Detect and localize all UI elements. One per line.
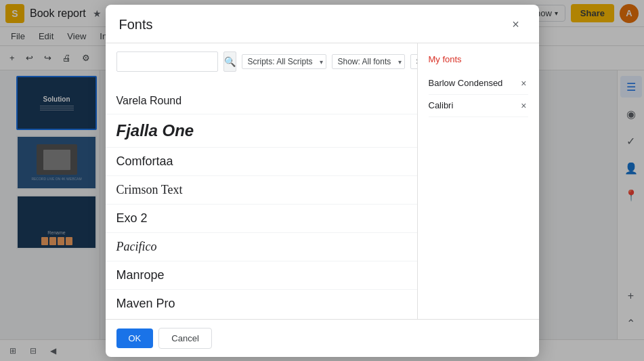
font-item-fjalla[interactable]: Fjalla One — [106, 114, 417, 148]
font-item-exo2[interactable]: Exo 2 — [106, 205, 417, 233]
fonts-left-panel: 🔍 Scripts: All Scripts Show: All fonts — [106, 43, 417, 319]
fonts-right-panel: My fonts Barlow Condensed × Calibri × — [417, 43, 539, 319]
font-item-manrope[interactable]: Manrope — [106, 261, 417, 290]
font-item-pacifico[interactable]: Pacifico — [106, 233, 417, 261]
font-name-manrope: Manrope — [116, 268, 165, 282]
font-item-crimson[interactable]: Crimson Text — [106, 176, 417, 205]
font-name-exo2: Exo 2 — [116, 211, 148, 225]
my-font-item-barlow: Barlow Condensed × — [429, 72, 528, 95]
cancel-button[interactable]: Cancel — [158, 328, 211, 349]
search-icon: 🔍 — [224, 56, 236, 67]
ok-button[interactable]: OK — [116, 328, 154, 348]
modal-overlay: Fonts × 🔍 Scripts: All Scripts — [0, 0, 644, 361]
fonts-search-button[interactable]: 🔍 — [223, 51, 236, 72]
fonts-list: Varela Round Fjalla One Comfortaa Crimso… — [106, 88, 417, 311]
font-name-pacifico: Pacifico — [116, 240, 157, 253]
font-name-comfortaa: Comfortaa — [116, 154, 173, 168]
modal-footer: OK Cancel — [106, 319, 539, 357]
font-item-maven[interactable]: Maven Pro — [106, 290, 417, 311]
modal-body: 🔍 Scripts: All Scripts Show: All fonts — [106, 43, 539, 319]
font-item-comfortaa[interactable]: Comfortaa — [106, 148, 417, 176]
sort-filter[interactable]: Sort: Popularity — [410, 54, 417, 69]
font-name-varela: Varela Round — [116, 95, 182, 106]
my-font-name-barlow: Barlow Condensed — [429, 78, 503, 88]
scripts-filter[interactable]: Scripts: All Scripts — [242, 54, 326, 69]
font-name-crimson: Crimson Text — [116, 183, 183, 196]
modal-title: Fonts — [119, 17, 153, 33]
remove-barlow-button[interactable]: × — [519, 77, 528, 90]
my-font-name-calibri: Calibri — [429, 100, 454, 110]
fonts-search-row: 🔍 Scripts: All Scripts Show: All fonts — [106, 51, 417, 80]
font-item-varela[interactable]: Varela Round — [106, 88, 417, 114]
fonts-modal: Fonts × 🔍 Scripts: All Scripts — [106, 5, 539, 357]
scripts-filter-wrapper: Scripts: All Scripts — [242, 54, 326, 69]
modal-header: Fonts × — [106, 5, 539, 43]
my-fonts-title: My fonts — [429, 54, 528, 64]
show-filter[interactable]: Show: All fonts — [332, 54, 405, 69]
sort-filter-wrapper: Sort: Popularity — [410, 54, 417, 69]
my-font-item-calibri: Calibri × — [429, 95, 528, 117]
font-name-maven: Maven Pro — [116, 297, 175, 310]
fonts-search-input[interactable] — [116, 51, 218, 72]
modal-close-button[interactable]: × — [507, 16, 525, 35]
font-name-fjalla: Fjalla One — [116, 121, 194, 140]
show-filter-wrapper: Show: All fonts — [332, 54, 405, 69]
remove-calibri-button[interactable]: × — [519, 99, 528, 112]
